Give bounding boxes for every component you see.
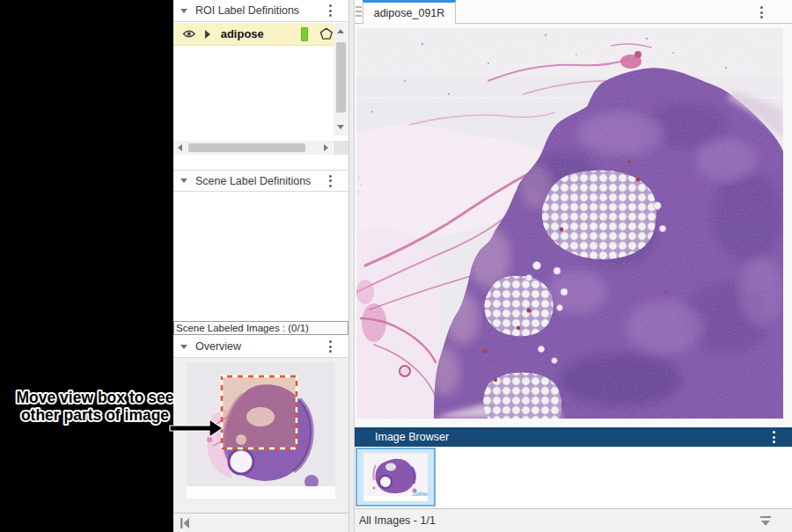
image-browser-panel xyxy=(355,447,792,508)
status-text: All Images - 1/1 xyxy=(359,514,436,527)
collapse-triangle-icon[interactable] xyxy=(180,345,187,349)
expand-triangle-icon[interactable] xyxy=(205,30,210,39)
app-window: ROI Label Definitions adipose xyxy=(0,0,792,532)
scene-labeled-images-bar: Scene Labeled Images : (0/1) xyxy=(173,321,348,335)
roi-label-definitions-header: ROI Label Definitions xyxy=(173,0,348,22)
collapse-triangle-icon[interactable] xyxy=(180,9,187,13)
overview-header: Overview xyxy=(173,336,348,358)
annotation-line-1: Move view box to see xyxy=(17,389,174,406)
roi-label-row-adipose[interactable]: adipose xyxy=(173,23,334,46)
overview-title: Overview xyxy=(195,340,241,353)
label-color-swatch[interactable] xyxy=(301,27,308,41)
tab-grip-icon[interactable] xyxy=(356,6,362,17)
scene-label-definitions-title: Scene Label Definitions xyxy=(195,175,311,187)
kebab-menu-icon[interactable] xyxy=(329,340,333,353)
image-viewer[interactable] xyxy=(355,24,792,427)
histology-image[interactable] xyxy=(356,28,783,419)
roi-list-vertical-scrollbar[interactable] xyxy=(334,23,348,135)
kebab-menu-icon[interactable] xyxy=(329,175,333,187)
collapse-down-icon[interactable] xyxy=(759,515,773,527)
main-area: adipose_091R xyxy=(355,0,792,532)
skip-to-start-icon[interactable] xyxy=(180,518,190,528)
annotation-line-2: other parts of image xyxy=(21,406,169,424)
left-panel-bottom-bar xyxy=(173,513,348,532)
panel-splitter[interactable] xyxy=(348,0,355,532)
kebab-menu-icon[interactable] xyxy=(329,4,333,17)
overview-panel xyxy=(173,358,348,513)
left-panel: ROI Label Definitions adipose xyxy=(173,0,348,532)
image-browser-header: Image Browser xyxy=(355,427,792,447)
roi-label-name: adipose xyxy=(221,27,264,40)
scrollbar-corner xyxy=(334,141,348,155)
kebab-menu-icon[interactable] xyxy=(760,6,764,18)
polygon-shape-icon xyxy=(319,26,334,41)
roi-list-horizontal-scrollbar[interactable] xyxy=(173,141,333,155)
roi-label-definitions-title: ROI Label Definitions xyxy=(195,4,299,17)
overview-thumbnail[interactable] xyxy=(187,362,335,499)
image-thumbnail-selected[interactable] xyxy=(356,448,436,506)
tab-adipose-091R[interactable]: adipose_091R xyxy=(363,0,456,24)
eye-icon[interactable] xyxy=(182,29,196,39)
document-tab-bar: adipose_091R xyxy=(355,0,792,24)
kebab-menu-icon[interactable] xyxy=(773,431,776,443)
collapse-triangle-icon[interactable] xyxy=(180,179,187,183)
image-browser-title: Image Browser xyxy=(375,431,449,443)
scene-label-definitions-header: Scene Label Definitions xyxy=(173,170,348,192)
image-thumbnail-picture xyxy=(363,453,428,501)
overview-viewbox[interactable] xyxy=(222,376,297,448)
status-bar: All Images - 1/1 xyxy=(355,508,792,532)
